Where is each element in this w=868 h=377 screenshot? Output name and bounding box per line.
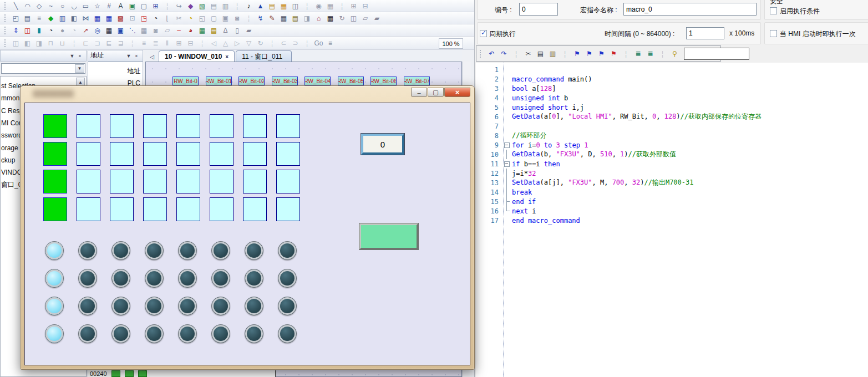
toolbar-icon[interactable]: ○ — [57, 1, 68, 11]
toolbar-icon[interactable]: ◙ — [150, 25, 161, 35]
rw-bit-object[interactable]: RW_Bit-02 — [238, 77, 265, 85]
toolbar-icon[interactable]: ▦ — [278, 13, 289, 23]
panel-collapse-icon[interactable]: ▼ — [68, 53, 76, 59]
toolbar-icon[interactable]: ◇ — [34, 1, 44, 11]
toolbar-icon[interactable]: ⇕ — [11, 25, 21, 35]
toolbar-icon-disabled[interactable]: ⊏ — [80, 38, 91, 48]
zoom-level-box[interactable]: 100 % — [439, 38, 463, 49]
toolbar-icon[interactable]: ▤ — [22, 13, 33, 23]
toolbar-grip[interactable] — [4, 14, 7, 22]
toolbar-icon-disabled[interactable]: ⊑ — [104, 38, 114, 48]
toolbar-icon[interactable]: ▣ — [220, 13, 231, 23]
toolbar-icon[interactable]: A — [115, 1, 126, 11]
macro-toolbar-icon[interactable]: ↷ — [499, 48, 509, 59]
toolbar-icon[interactable]: ✎ — [267, 13, 277, 23]
toolbar-icon-disabled[interactable]: ◫ — [11, 38, 21, 48]
toolbar-grip[interactable] — [4, 39, 7, 47]
toolbar-icon[interactable]: ◙ — [232, 13, 242, 23]
toolbar-icon[interactable]: ⊡ — [127, 13, 138, 23]
panel-collapse-icon[interactable]: ▼ — [125, 53, 133, 59]
object-filter-dropdown[interactable]: ▼ — [1, 63, 85, 74]
toolbar-icon-disabled[interactable]: ¦ — [197, 38, 207, 48]
toolbar-icon[interactable]: ▢ — [139, 1, 149, 11]
window-tab[interactable]: 11 - 窗口_011 — [236, 50, 292, 62]
fold-marker-icon[interactable] — [502, 65, 512, 74]
numeric-display[interactable]: 0 — [361, 134, 404, 155]
close-button[interactable]: × — [444, 88, 470, 97]
toolbar-icon[interactable]: ◔ — [150, 13, 161, 23]
fold-marker-icon[interactable] — [502, 112, 512, 121]
toolbar-icon[interactable]: ▥ — [220, 1, 231, 11]
toolbar-icon[interactable]: ⌂ — [313, 13, 324, 23]
toolbar-icon[interactable]: ◫ — [348, 13, 359, 23]
toolbar-icon[interactable]: ¦ — [232, 1, 242, 11]
toolbar-icon[interactable]: ◕ — [185, 25, 196, 35]
panel-close-icon[interactable]: × — [133, 53, 140, 59]
toolbar-icon-disabled[interactable]: ⊔ — [57, 38, 68, 48]
toolbar-icon-disabled[interactable]: ¦ — [69, 38, 79, 48]
fold-marker-icon[interactable] — [502, 74, 512, 84]
macro-toolbar-icon[interactable]: ⚑ — [608, 48, 619, 59]
toolbar-icon-disabled[interactable]: ⊐ — [92, 38, 103, 48]
fold-marker-icon[interactable] — [502, 197, 512, 206]
toolbar-icon[interactable]: ◆ — [185, 1, 196, 11]
macro-toolbar-icon[interactable]: ≣ — [645, 48, 656, 59]
toolbar-icon[interactable]: ● — [57, 25, 68, 35]
fold-marker-icon[interactable] — [502, 121, 512, 131]
toolbar-grip[interactable] — [4, 2, 7, 10]
macro-name-input[interactable] — [623, 3, 757, 16]
toolbar-icon[interactable]: ▭ — [80, 1, 91, 11]
toolbar-icon[interactable]: ▣ — [115, 25, 126, 35]
minimize-button[interactable]: – — [411, 88, 427, 97]
toolbar-icon[interactable]: ◧ — [69, 13, 79, 23]
run-on-start-checkbox[interactable] — [770, 30, 777, 37]
fold-marker-icon[interactable] — [502, 84, 512, 93]
toolbar-icon-disabled[interactable]: ⊞ — [174, 38, 184, 48]
toolbar-icon-disabled[interactable]: ◧ — [22, 38, 33, 48]
toolbar-icon[interactable]: ↪ — [174, 1, 184, 11]
toolbar-icon[interactable]: # — [104, 1, 114, 11]
macro-toolbar-icon[interactable]: ¦ — [560, 48, 570, 59]
macro-toolbar-icon[interactable]: ≣ — [633, 48, 643, 59]
fold-marker-icon[interactable] — [502, 178, 512, 187]
fold-marker-icon[interactable] — [502, 187, 512, 197]
panel-close-icon[interactable]: × — [76, 53, 84, 59]
fold-marker-icon[interactable] — [502, 216, 512, 225]
toolbar-icon[interactable]: ▦ — [92, 13, 103, 23]
toolbar-icon[interactable]: ◡ — [69, 1, 79, 11]
toolbar-icon[interactable]: ⋈ — [80, 13, 91, 23]
toolbar-icon[interactable]: ◉ — [313, 1, 324, 11]
chevron-down-icon[interactable]: ▼ — [75, 64, 84, 73]
toolbar-icon[interactable]: ↯ — [255, 13, 266, 23]
macro-toolbar-icon[interactable]: ⚑ — [596, 48, 607, 59]
toolbar-icon[interactable]: ▰ — [243, 25, 254, 35]
toolbar-icon[interactable]: ▧ — [197, 1, 207, 11]
toolbar-icon[interactable]: ¦ — [243, 13, 254, 23]
tab-nav-left-icon[interactable]: ◁ — [148, 52, 156, 61]
toolbar-icon[interactable]: ◰ — [11, 13, 21, 23]
toolbar-icon[interactable]: Δ — [220, 25, 231, 35]
toolbar-icon[interactable]: ▦ — [197, 25, 207, 35]
toolbar-icon[interactable]: ╲ — [11, 1, 21, 11]
toolbar-icon[interactable]: ▮ — [34, 25, 44, 35]
fold-marker-icon[interactable] — [502, 169, 512, 178]
toolbar-icon[interactable]: ▦ — [104, 13, 114, 23]
rw-bit-object[interactable]: RW_Bit-06 — [370, 77, 397, 85]
toolbar-icon[interactable]: ▥ — [57, 13, 68, 23]
tab-close-icon[interactable]: × — [225, 54, 229, 60]
macro-search-input[interactable] — [684, 48, 749, 60]
macro-code-editor[interactable]: 1 2 macro_command main() 3 bool a[128] — [476, 63, 868, 377]
toolbar-icon[interactable]: ⌊ — [162, 13, 172, 23]
toolbar-icon-disabled[interactable]: ¦ — [267, 38, 277, 48]
toolbar-icon[interactable]: ▦ — [325, 13, 336, 23]
fold-marker-icon[interactable] — [502, 93, 512, 103]
toolbar-icon-disabled[interactable]: ≣ — [150, 38, 161, 48]
toolbar-icon[interactable]: ▱ — [162, 25, 172, 35]
enable-condition-checkbox[interactable] — [770, 7, 777, 14]
toolbar-icon-disabled[interactable]: △ — [220, 38, 231, 48]
toolbar-icon[interactable]: ¦ — [337, 1, 347, 11]
toolbar-icon[interactable]: ⊟ — [360, 1, 370, 11]
toolbar-icon-disabled[interactable]: ⊂ — [278, 38, 289, 48]
macro-toolbar-icon[interactable]: ¦ — [511, 48, 521, 59]
macro-toolbar-icon[interactable]: ↶ — [486, 48, 497, 59]
